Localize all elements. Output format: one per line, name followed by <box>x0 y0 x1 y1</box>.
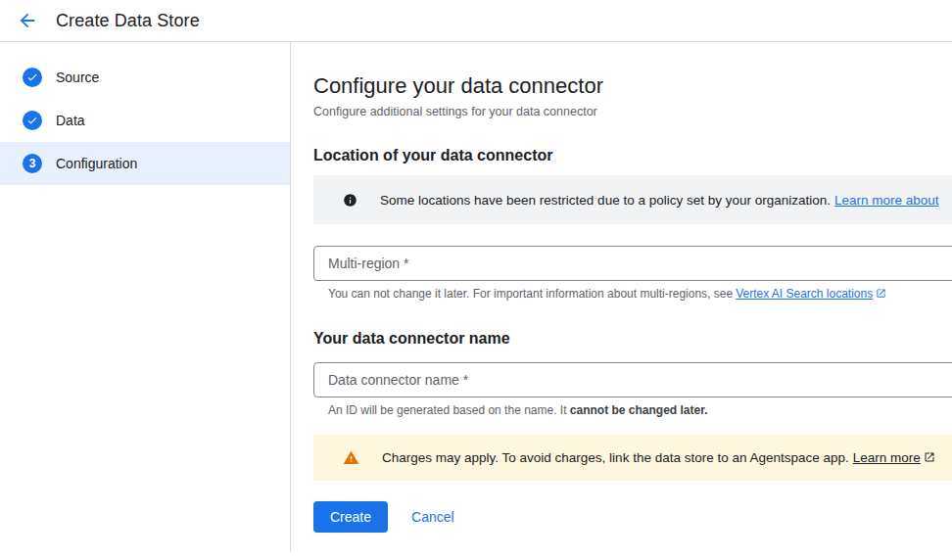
create-button[interactable]: Create <box>313 501 388 533</box>
name-helper-text: An ID will be generated based on the nam… <box>328 403 567 417</box>
step-complete-check-icon <box>23 68 42 87</box>
page-title: Create Data Store <box>56 11 200 31</box>
data-connector-name-placeholder: Data connector name * <box>328 372 468 388</box>
app-header: Create Data Store <box>0 0 952 42</box>
step-complete-check-icon <box>23 111 42 130</box>
step-label: Data <box>56 113 85 128</box>
form-actions: Create Cancel <box>313 501 952 533</box>
warning-learn-more-link[interactable]: Learn more <box>853 450 921 465</box>
multi-region-select[interactable]: Multi-region * <box>313 246 952 281</box>
cancel-button[interactable]: Cancel <box>411 509 454 525</box>
multi-region-helper-text: You can not change it later. For importa… <box>328 287 733 301</box>
multi-region-helper: You can not change it later. For importa… <box>328 287 952 302</box>
location-info-banner: Some locations have been restricted due … <box>313 175 952 224</box>
stepper-sidebar: Source Data 3 Configuration <box>0 42 291 552</box>
charges-warning-banner: Charges may apply. To avoid charges, lin… <box>313 435 952 481</box>
main-form: Configure your data connector Configure … <box>291 42 952 560</box>
name-helper-bold-text: cannot be changed later. <box>570 403 708 417</box>
form-subtitle: Configure additional settings for your d… <box>313 105 952 119</box>
data-connector-name-input[interactable]: Data connector name * <box>313 362 952 397</box>
external-link-icon <box>924 449 935 467</box>
step-number-badge: 3 <box>23 154 42 173</box>
step-label: Source <box>56 70 99 85</box>
multi-region-label: Multi-region * <box>328 256 408 271</box>
info-icon <box>343 193 357 208</box>
form-title: Configure your data connector <box>313 73 952 99</box>
info-banner-text: Some locations have been restricted due … <box>380 193 831 208</box>
warning-banner-text: Charges may apply. To avoid charges, lin… <box>382 450 849 465</box>
vertex-locations-link[interactable]: Vertex AI Search locations <box>736 287 873 301</box>
warning-icon <box>343 449 359 466</box>
location-section-heading: Location of your data connector <box>313 146 952 165</box>
step-source[interactable]: Source <box>0 56 290 99</box>
step-data[interactable]: Data <box>0 99 290 142</box>
step-configuration[interactable]: 3 Configuration <box>0 142 290 185</box>
back-arrow-icon[interactable] <box>16 9 39 32</box>
external-link-icon <box>876 288 886 302</box>
content-area: Source Data 3 Configuration Configure yo… <box>0 42 952 560</box>
name-helper: An ID will be generated based on the nam… <box>328 403 952 417</box>
info-banner-learn-more-link[interactable]: Learn more about <box>834 193 939 208</box>
name-section-heading: Your data connector name <box>313 329 952 349</box>
step-label: Configuration <box>56 156 137 171</box>
